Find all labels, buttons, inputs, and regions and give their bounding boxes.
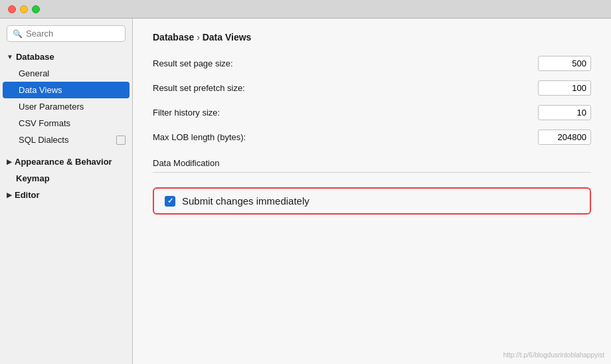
data-modification-divider: Data Modification: [153, 158, 591, 173]
editor-arrow-icon: ▶: [7, 191, 12, 199]
database-section-label: Database: [16, 52, 54, 62]
sidebar-item-user-parameters[interactable]: User Parameters: [0, 98, 132, 115]
submit-changes-label: Submit changes immediately: [182, 195, 309, 207]
submit-changes-section[interactable]: Submit changes immediately: [153, 187, 591, 215]
appearance-section-label: Appearance & Behavior: [15, 157, 112, 167]
submit-changes-checkbox[interactable]: [165, 196, 175, 207]
sidebar-item-general-label: General: [19, 68, 49, 78]
breadcrumb-separator: ›: [197, 32, 203, 43]
sidebar-item-csv-formats[interactable]: CSV Formats: [0, 115, 132, 132]
sidebar-item-general[interactable]: General: [0, 65, 132, 82]
data-modification-label: Data Modification: [153, 158, 219, 168]
watermark: http://t.p/6/blogdusrintoblahappyist: [503, 351, 604, 359]
search-icon: 🔍: [13, 29, 23, 39]
setting-result-set-page-size: Result set page size:: [153, 56, 591, 71]
breadcrumb: Database › Data Views: [153, 32, 591, 43]
search-input[interactable]: [26, 29, 120, 39]
search-container: 🔍: [0, 25, 132, 48]
main-content: 🔍 ▼ Database General Data Views User Par…: [0, 19, 611, 364]
setting-result-set-prefetch-size: Result set prefetch size:: [153, 80, 591, 96]
result-set-prefetch-size-label: Result set prefetch size:: [153, 83, 245, 93]
title-bar: [0, 0, 611, 19]
sidebar-item-user-parameters-label: User Parameters: [19, 102, 84, 112]
sidebar-item-csv-formats-label: CSV Formats: [19, 118, 70, 128]
traffic-lights: [8, 5, 40, 13]
result-set-page-size-input[interactable]: [538, 56, 591, 71]
result-set-prefetch-size-input[interactable]: [538, 80, 591, 96]
appearance-arrow-icon: ▶: [7, 158, 12, 165]
content-area: Database › Data Views Result set page si…: [133, 19, 611, 364]
sidebar-item-sql-dialects-label: SQL Dialects: [19, 135, 68, 145]
max-lob-length-input[interactable]: [538, 130, 591, 145]
search-input-wrapper[interactable]: 🔍: [7, 25, 126, 42]
setting-max-lob-length: Max LOB length (bytes):: [153, 130, 591, 145]
result-set-page-size-label: Result set page size:: [153, 58, 233, 68]
breadcrumb-current: Data Views: [203, 32, 252, 43]
setting-filter-history-size: Filter history size:: [153, 105, 591, 120]
filter-history-size-label: Filter history size:: [153, 108, 220, 118]
minimize-button[interactable]: [20, 5, 28, 13]
sidebar-item-data-views[interactable]: Data Views: [3, 82, 130, 98]
sidebar-section-database[interactable]: ▼ Database: [0, 48, 132, 65]
sql-dialects-icon: [116, 136, 126, 145]
filter-history-size-input[interactable]: [538, 105, 591, 120]
sidebar: 🔍 ▼ Database General Data Views User Par…: [0, 19, 133, 364]
maximize-button[interactable]: [32, 5, 40, 13]
sidebar-section-editor[interactable]: ▶ Editor: [0, 187, 132, 203]
sidebar-item-sql-dialects[interactable]: SQL Dialects: [0, 132, 132, 148]
sidebar-section-appearance[interactable]: ▶ Appearance & Behavior: [0, 153, 132, 170]
settings-grid: Result set page size: Result set prefetc…: [153, 56, 591, 215]
sidebar-item-data-views-label: Data Views: [19, 85, 62, 95]
close-button[interactable]: [8, 5, 16, 13]
editor-section-label: Editor: [15, 190, 40, 200]
keymap-section-label: Keymap: [7, 173, 50, 183]
max-lob-length-label: Max LOB length (bytes):: [153, 132, 246, 142]
breadcrumb-parent: Database: [153, 32, 194, 43]
database-arrow-icon: ▼: [7, 53, 13, 60]
sidebar-section-keymap[interactable]: Keymap: [0, 170, 132, 187]
